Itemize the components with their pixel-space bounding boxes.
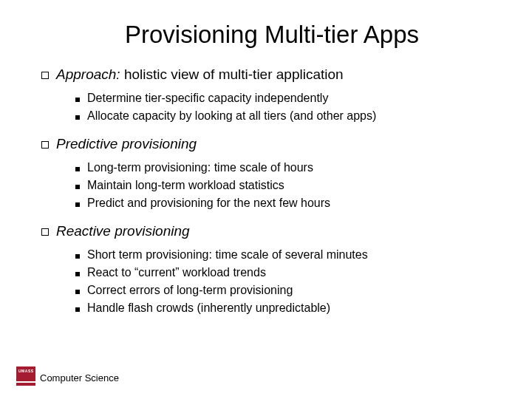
section-heading-row: Approach: holistic view of multi-tier ap… <box>41 66 502 83</box>
sub-item-text: Long-term provisioning: time scale of ho… <box>87 161 313 174</box>
square-bullet-icon <box>75 185 80 189</box>
list-item: Allocate capacity by looking at all tier… <box>75 109 502 123</box>
sub-item-text: Correct errors of long-term provisioning <box>87 284 293 297</box>
square-bullet-icon <box>75 202 80 207</box>
logo-text: UMASS <box>18 369 33 379</box>
section-reactive: Reactive provisioning Short term provisi… <box>41 223 502 315</box>
sub-item-text: Determine tier-specific capacity indepen… <box>87 92 328 105</box>
square-bullet-icon <box>75 167 80 171</box>
sub-item-text: Predict and provisioning for the next fe… <box>87 197 330 210</box>
sub-list: Determine tier-specific capacity indepen… <box>41 92 502 123</box>
section-heading-row: Predictive provisioning <box>41 136 502 152</box>
square-bullet-icon <box>75 290 80 294</box>
list-item: Long-term provisioning: time scale of ho… <box>75 161 502 174</box>
section-heading: Approach: holistic view of multi-tier ap… <box>56 66 344 83</box>
section-heading-row: Reactive provisioning <box>41 223 502 239</box>
square-bullet-icon <box>75 98 80 102</box>
sub-item-text: Handle flash crowds (inherently unpredic… <box>87 301 330 315</box>
list-item: Correct errors of long-term provisioning <box>75 284 502 297</box>
sub-list: Short term provisioning: time scale of s… <box>41 248 502 315</box>
list-item: Determine tier-specific capacity indepen… <box>75 92 502 105</box>
section-approach: Approach: holistic view of multi-tier ap… <box>41 66 502 123</box>
list-item: Short term provisioning: time scale of s… <box>75 248 502 262</box>
list-item: Handle flash crowds (inherently unpredic… <box>75 301 502 315</box>
section-heading: Predictive provisioning <box>56 136 197 152</box>
slide-title: Provisioning Multi-tier Apps <box>41 21 502 49</box>
sub-list: Long-term provisioning: time scale of ho… <box>41 161 502 210</box>
section-predictive: Predictive provisioning Long-term provis… <box>41 136 502 210</box>
section-heading: Reactive provisioning <box>56 223 190 239</box>
umass-logo-icon: UMASS <box>16 366 35 389</box>
checkbox-bullet-icon <box>41 141 49 149</box>
checkbox-bullet-icon <box>41 228 49 236</box>
bullet-list: Approach: holistic view of multi-tier ap… <box>41 66 502 315</box>
square-bullet-icon <box>75 254 80 259</box>
sub-item-text: Allocate capacity by looking at all tier… <box>87 109 376 123</box>
list-item: React to “current” workload trends <box>75 266 502 279</box>
footer-label: Computer Science <box>40 372 119 383</box>
list-item: Maintain long-term workload statistics <box>75 179 502 192</box>
square-bullet-icon <box>75 307 80 312</box>
square-bullet-icon <box>75 115 80 120</box>
checkbox-bullet-icon <box>41 72 49 79</box>
section-heading-rest: holistic view of multi-tier application <box>120 66 344 82</box>
sub-item-text: Maintain long-term workload statistics <box>87 179 284 192</box>
sub-item-text: React to “current” workload trends <box>87 266 266 279</box>
sub-item-text: Short term provisioning: time scale of s… <box>87 248 368 262</box>
footer: UMASS Computer Science <box>16 366 119 389</box>
list-item: Predict and provisioning for the next fe… <box>75 197 502 210</box>
section-heading-prefix: Approach: <box>56 66 120 82</box>
square-bullet-icon <box>75 272 80 276</box>
slide: Provisioning Multi-tier Apps Approach: h… <box>0 0 532 315</box>
